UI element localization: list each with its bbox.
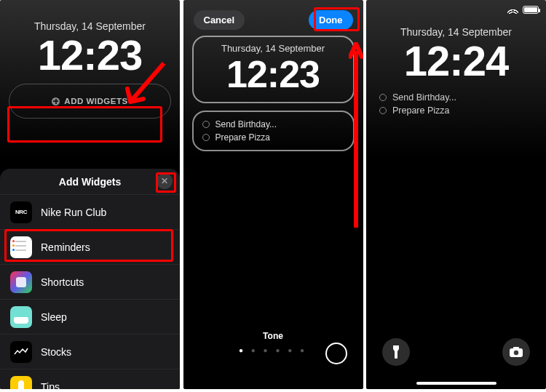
status-bar-right xyxy=(507,6,539,14)
lock-time: 12:23 xyxy=(194,52,353,96)
sleep-icon xyxy=(10,306,32,328)
nrc-icon: NRC xyxy=(10,201,32,223)
camera-button[interactable] xyxy=(502,338,530,366)
wallpaper-selector-ring[interactable] xyxy=(325,343,347,364)
reminder-item: Prepare Pizza xyxy=(202,131,344,144)
close-icon: ✕ xyxy=(161,176,168,186)
svg-point-2 xyxy=(514,351,518,355)
edit-topbar: Cancel Done xyxy=(183,0,363,30)
screen-1-lockscreen-edit: Thursday, 14 September 12:23 ADD WIDGETS… xyxy=(0,0,180,389)
widget-label: Shortcuts xyxy=(41,276,84,288)
reminder-text: Prepare Pizza xyxy=(215,132,270,143)
reminder-item: Prepare Pizza xyxy=(379,104,533,117)
checkbox-icon xyxy=(379,107,387,114)
reminder-item: Send Birthday... xyxy=(202,118,344,131)
reminder-text: Prepare Pizza xyxy=(392,105,450,116)
svg-rect-1 xyxy=(513,347,519,349)
widget-row-nike-run-club[interactable]: NRC Nike Run Club xyxy=(0,194,180,229)
widget-label: Stocks xyxy=(41,346,71,358)
home-indicator[interactable] xyxy=(416,382,496,385)
reminders-icon xyxy=(10,236,32,258)
widget-label: Sleep xyxy=(41,311,67,323)
clock-edit-frame[interactable]: Thursday, 14 September 12:23 xyxy=(192,36,355,103)
done-button[interactable]: Done xyxy=(309,10,353,30)
widget-row-tips[interactable]: Tips xyxy=(0,369,180,389)
lock-time: 12:24 xyxy=(366,36,546,85)
widget-row-stocks[interactable]: Stocks xyxy=(0,334,180,369)
checkbox-icon xyxy=(202,121,210,128)
widget-row-sleep[interactable]: Sleep xyxy=(0,299,180,334)
sheet-title: Add Widgets xyxy=(59,176,121,188)
reminder-text: Send Birthday... xyxy=(392,92,456,103)
widget-label: Tips xyxy=(41,381,60,390)
widget-row-shortcuts[interactable]: Shortcuts xyxy=(0,264,180,299)
screen-3-lockscreen-live: Thursday, 14 September 12:24 Send Birthd… xyxy=(366,0,546,389)
add-widgets-label: ADD WIDGETS xyxy=(64,97,127,105)
flashlight-icon xyxy=(391,345,401,359)
cancel-button[interactable]: Cancel xyxy=(194,10,245,30)
widget-label: Reminders xyxy=(41,241,90,253)
checkbox-icon xyxy=(379,94,387,101)
lock-time: 12:23 xyxy=(0,31,180,79)
sheet-header: Add Widgets ✕ xyxy=(0,169,180,194)
add-widgets-sheet: Add Widgets ✕ NRC Nike Run Club Reminder… xyxy=(0,169,180,389)
flashlight-button[interactable] xyxy=(382,338,410,366)
battery-icon xyxy=(523,6,539,14)
reminder-text: Send Birthday... xyxy=(215,119,277,129)
widget-row-reminders[interactable]: Reminders xyxy=(0,229,180,264)
widget-label: Nike Run Club xyxy=(41,207,106,218)
close-button[interactable]: ✕ xyxy=(157,173,173,189)
wifi-icon xyxy=(507,6,518,14)
reminders-widget[interactable]: Send Birthday... Prepare Pizza xyxy=(375,89,537,119)
widgets-edit-frame[interactable]: Send Birthday... Prepare Pizza xyxy=(192,111,355,151)
screen-2-lockscreen-edit-done: Cancel Done Thursday, 14 September 12:23… xyxy=(183,0,363,389)
checkbox-icon xyxy=(202,134,210,141)
reminder-item: Send Birthday... xyxy=(379,91,533,104)
tips-icon xyxy=(10,376,32,390)
tone-label: Tone xyxy=(183,331,363,341)
add-widgets-button[interactable]: ADD WIDGETS xyxy=(9,84,171,119)
camera-icon xyxy=(509,346,523,358)
shortcuts-icon xyxy=(10,271,32,293)
stocks-icon xyxy=(10,341,32,363)
plus-icon xyxy=(52,97,60,105)
